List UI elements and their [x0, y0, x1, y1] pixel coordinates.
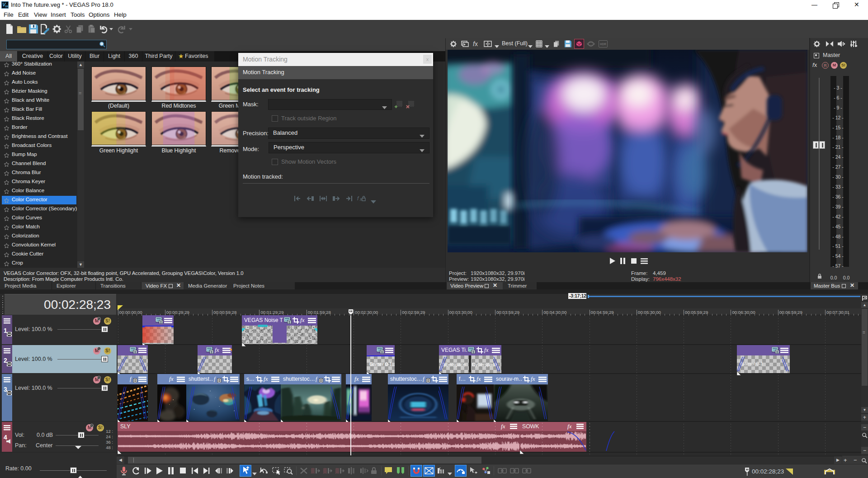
svg-text:f: f — [214, 376, 216, 382]
svg-text:f: f — [357, 195, 359, 202]
svg-text:f: f — [423, 376, 425, 382]
svg-text:f: f — [130, 376, 132, 382]
svg-text:f: f — [316, 376, 318, 382]
